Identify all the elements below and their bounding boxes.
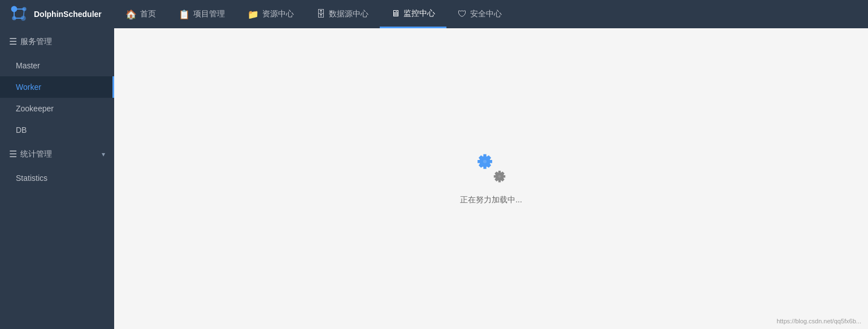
sidebar: ☰ 服务管理 Master Worker Zookeeper DB ☰ 统计管理… [0, 28, 114, 329]
nav-label-resource: 资源中心 [262, 9, 294, 19]
sidebar-item-master[interactable]: Master [0, 55, 114, 76]
chevron-down-icon: ▾ [102, 150, 105, 158]
main-content: 正在努力加载中... https://blog.csdn.net/qq5fx6b… [114, 28, 868, 329]
menu-icon-stats: ☰ [9, 149, 17, 159]
nav-item-project[interactable]: 📋 项目管理 [167, 0, 236, 28]
nav-label-datasource: 数据源中心 [329, 9, 368, 19]
monitor-icon: 🖥 [391, 8, 400, 19]
sidebar-section-service[interactable]: ☰ 服务管理 [0, 28, 114, 55]
url-hint: https://blog.csdn.net/qq5fx6b... [776, 318, 861, 324]
nav-label-monitor: 监控中心 [403, 8, 435, 19]
nav-label-project: 项目管理 [193, 9, 225, 19]
sidebar-item-db[interactable]: DB [0, 119, 114, 141]
gear-gray-icon [491, 169, 508, 186]
sidebar-item-worker[interactable]: Worker [0, 76, 114, 98]
sidebar-section-label-service: 服务管理 [20, 37, 52, 47]
loading-container: 正在努力加载中... [460, 152, 522, 205]
sidebar-section-label-stats: 统计管理 [20, 149, 52, 159]
loading-text: 正在努力加载中... [460, 195, 522, 205]
nav-item-datasource[interactable]: 🗄 数据源中心 [305, 0, 380, 28]
logo-icon [9, 4, 29, 24]
nav-item-resource[interactable]: 📁 资源中心 [236, 0, 305, 28]
sidebar-label-db: DB [16, 125, 27, 135]
sidebar-section-stats[interactable]: ☰ 统计管理 ▾ [0, 141, 114, 167]
logo-text: DolphinScheduler [34, 10, 102, 19]
datasource-icon: 🗄 [316, 9, 326, 19]
nav-item-security[interactable]: 🛡 安全中心 [446, 0, 513, 28]
resource-icon: 📁 [248, 9, 259, 20]
sidebar-item-zookeeper[interactable]: Zookeeper [0, 98, 114, 119]
nav-item-home[interactable]: 🏠 首页 [114, 0, 167, 28]
nav-item-monitor[interactable]: 🖥 监控中心 [380, 0, 446, 28]
nav-items: 🏠 首页 📋 项目管理 📁 资源中心 🗄 数据源中心 🖥 监控中心 🛡 安全中心 [114, 0, 868, 28]
sidebar-label-zookeeper: Zookeeper [16, 104, 54, 113]
svg-point-11 [498, 175, 501, 178]
svg-point-9 [483, 160, 487, 163]
sidebar-label-master: Master [16, 61, 40, 70]
project-icon: 📋 [179, 9, 190, 20]
main-layout: ☰ 服务管理 Master Worker Zookeeper DB ☰ 统计管理… [0, 28, 868, 329]
nav-label-home: 首页 [140, 9, 156, 19]
security-icon: 🛡 [458, 9, 467, 19]
top-nav: DolphinScheduler 🏠 首页 📋 项目管理 📁 资源中心 🗄 数据… [0, 0, 868, 28]
gears-container [474, 152, 508, 186]
nav-label-security: 安全中心 [470, 9, 502, 19]
home-icon: 🏠 [125, 9, 137, 20]
sidebar-item-statistics[interactable]: Statistics [0, 167, 114, 189]
logo-area[interactable]: DolphinScheduler [0, 4, 114, 24]
sidebar-label-worker: Worker [16, 83, 41, 92]
sidebar-label-statistics: Statistics [16, 174, 47, 183]
menu-icon-service: ☰ [9, 36, 17, 47]
